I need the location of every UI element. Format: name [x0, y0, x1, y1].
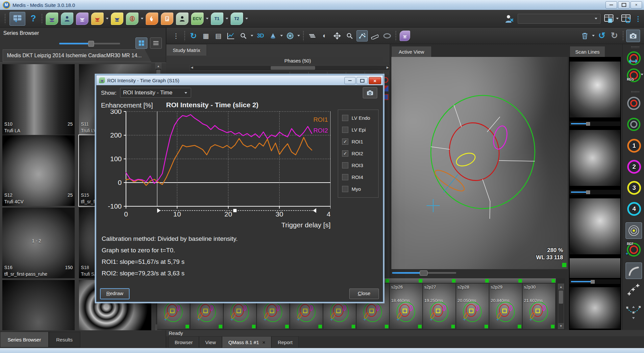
rail-grip[interactable]	[631, 91, 639, 93]
maximize-button[interactable]	[618, 1, 630, 9]
zoom-analysis-icon[interactable]	[238, 30, 249, 41]
graph-icon[interactable]	[225, 30, 236, 41]
chevron-down-icon[interactable]	[226, 18, 228, 19]
matrix-side-icon-red[interactable]	[383, 77, 388, 83]
pan-tool-icon[interactable]	[332, 30, 343, 41]
phase-thumb-s2p26[interactable]: s2p26 18.460ms	[390, 284, 422, 329]
app-purple-icon[interactable]	[76, 13, 88, 25]
chevron-down-icon[interactable]	[106, 18, 109, 19]
app-t2-icon[interactable]: T2	[231, 13, 243, 25]
list-view-button[interactable]	[150, 38, 162, 49]
scan-slider[interactable]	[570, 279, 620, 284]
app-orange2-icon[interactable]	[161, 13, 173, 25]
series-thumb-partial-1[interactable]	[2, 280, 75, 330]
checkbox-lv-endo[interactable]: LV Endo	[338, 112, 378, 124]
smooth-icon[interactable]	[382, 30, 393, 41]
session-combobox[interactable]	[518, 14, 601, 24]
rows-view-icon[interactable]: ▤	[213, 30, 224, 41]
phase-thumb-s2p28[interactable]: s2p28 20.050ms	[456, 284, 489, 329]
toolbar-grip[interactable]	[41, 13, 43, 24]
toolbar-grip[interactable]	[184, 31, 186, 41]
app-tool-purple-icon[interactable]	[400, 31, 410, 41]
ruler-icon[interactable]	[369, 30, 380, 41]
close-tab-icon[interactable]: ×	[262, 340, 265, 345]
active-view-image[interactable]: 280 % WL 33 118	[391, 57, 568, 269]
chevron-down-icon[interactable]	[141, 18, 143, 19]
help-icon[interactable]: ?	[31, 13, 36, 24]
scroll-left-icon[interactable]: ◀	[191, 66, 193, 69]
more-menu-icon[interactable]: ⋮	[635, 15, 641, 23]
phase-thumb-s2p27[interactable]: s2p27 19.250ms	[423, 284, 456, 329]
close-button[interactable]: ×	[631, 1, 642, 9]
ref-icon[interactable]: REF +	[627, 243, 641, 257]
toolbar-grip[interactable]	[303, 31, 304, 41]
remove-user-icon[interactable]	[505, 14, 514, 23]
redraw-button[interactable]: Redraw	[100, 289, 129, 299]
series-thumb-s10[interactable]: S10 25 Trufi LA	[2, 64, 75, 135]
tab-scan-lines[interactable]: Scan Lines	[570, 46, 605, 57]
roi4-icon[interactable]: 4	[627, 202, 641, 216]
scroll-up-icon[interactable]: ▲	[558, 284, 564, 290]
chevron-down-icon[interactable]	[280, 35, 283, 37]
chevron-down-icon[interactable]	[616, 18, 619, 19]
layout-windows-button[interactable]	[10, 12, 25, 26]
grid-view-button[interactable]	[136, 38, 147, 49]
scroll-right-icon[interactable]: ▶	[386, 66, 389, 69]
close-dialog-button[interactable]: Close	[349, 289, 379, 299]
app-qmass-icon[interactable]	[46, 13, 58, 25]
scan-thumb[interactable]	[570, 62, 620, 117]
toolbar-grip[interactable]	[622, 31, 624, 41]
app-orange1-icon[interactable]	[146, 13, 158, 25]
app-ecv-icon[interactable]: ECV	[191, 13, 204, 25]
strip-scrollbar[interactable]: ▲ ▼	[558, 284, 564, 329]
checkbox-roi1[interactable]: ROI1	[338, 136, 378, 147]
tab-browser[interactable]: Browser	[168, 336, 199, 348]
app-t1-icon[interactable]: T1	[211, 13, 223, 25]
phase-thumb-s2p29[interactable]: s2p29 20.840ms	[489, 284, 522, 329]
tab-qmass[interactable]: QMass 8.1 #1 ×	[222, 336, 271, 348]
scroll-up-icon[interactable]: ▲	[156, 63, 161, 69]
contrast-icon[interactable]: ◐	[319, 30, 330, 41]
app-yellow-tulip-icon[interactable]	[111, 13, 123, 25]
toolbar-grip[interactable]	[4, 13, 6, 24]
3d-view-icon[interactable]: 3D	[255, 30, 266, 41]
tab-view[interactable]: View	[199, 336, 222, 348]
menu-dots-icon[interactable]: ⋮	[170, 30, 182, 41]
chevron-down-icon[interactable]	[592, 35, 595, 37]
thumbnail-size-slider[interactable]	[59, 43, 120, 44]
curve-tool[interactable]	[626, 263, 642, 279]
tab-study-matrix[interactable]: Study Matrix	[166, 44, 207, 56]
restore-layout-icon[interactable]	[620, 13, 632, 24]
matrix-side-icon-grid[interactable]	[383, 86, 388, 91]
cone-tool-icon[interactable]	[267, 30, 279, 41]
reg-icon[interactable]: REG	[627, 68, 641, 82]
roi2-icon[interactable]: 2	[627, 160, 641, 174]
tab-active-view[interactable]: Active View	[391, 46, 432, 57]
chevron-down-icon[interactable]	[641, 74, 643, 75]
scan-thumb[interactable]	[570, 198, 620, 254]
phase-thumb-s2p30[interactable]: s2p30 21.602ms	[523, 284, 555, 329]
layers-icon[interactable]	[307, 30, 318, 41]
minimize-button[interactable]	[606, 1, 617, 9]
multi-point-curve-tool[interactable]	[627, 283, 640, 297]
toolbar-grip[interactable]	[395, 31, 397, 41]
scrollbar-thumb[interactable]	[559, 290, 563, 304]
app-person-dark-icon[interactable]	[176, 13, 188, 25]
scrollbar-thumb[interactable]	[271, 66, 315, 70]
tab-series-browser[interactable]: Series Browser	[0, 332, 49, 347]
roi1-icon[interactable]: 1	[627, 139, 641, 153]
dialog-close-button[interactable]: ×	[369, 77, 381, 84]
app-strain-icon[interactable]	[126, 13, 138, 25]
series-thumb-s12[interactable]: S12 25 Trufi 4CV	[2, 135, 75, 206]
patient-tab[interactable]: Medis DKT Leipzig 2014 Ischemie CardiacM…	[3, 49, 151, 62]
active-view-slider[interactable]	[392, 272, 456, 274]
app-qflow-icon[interactable]	[61, 13, 73, 25]
tab-report[interactable]: Report	[271, 336, 299, 348]
epi-contour-icon[interactable]	[627, 118, 640, 131]
undo-icon[interactable]: ↺	[596, 30, 607, 41]
dialog-snapshot-button[interactable]	[363, 87, 377, 98]
tab-results[interactable]: Results	[49, 332, 80, 347]
scan-slider[interactable]	[570, 190, 620, 194]
checkbox-roi2[interactable]: ROI2	[338, 147, 378, 159]
checkbox-myo[interactable]: Myo	[338, 183, 378, 195]
